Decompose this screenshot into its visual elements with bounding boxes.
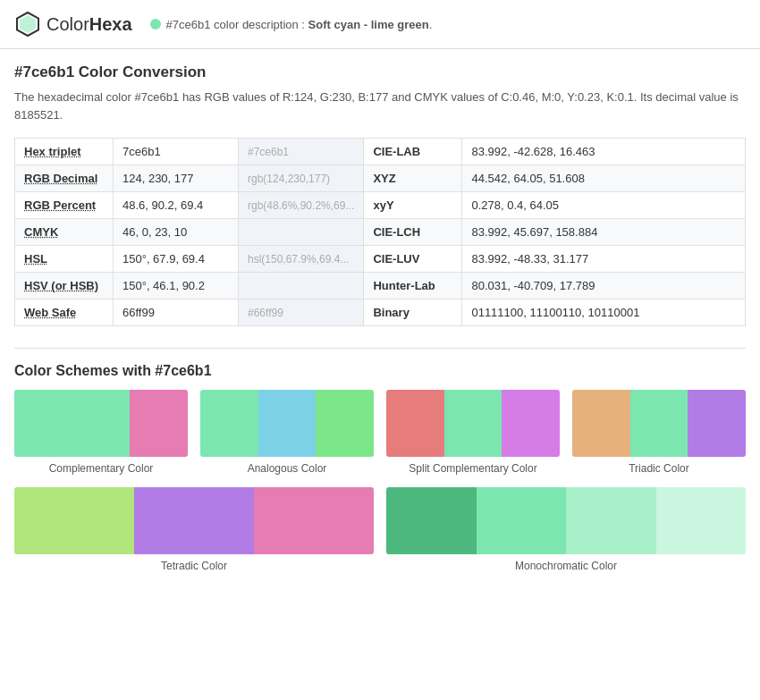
row-value: 150°, 46.1, 90.2 — [114, 273, 239, 299]
row-value: 124, 230, 177 — [114, 165, 239, 192]
logo-area[interactable]: ColorHexa — [14, 11, 132, 38]
swatch-color — [566, 487, 656, 554]
row-label: HSL — [15, 246, 114, 273]
scheme-label: Split Complementary Color — [386, 462, 560, 475]
table-row: Web Safe 66ff99 #66ff99 Binary 01111100,… — [15, 299, 746, 326]
scheme-label: Tetradic Color — [14, 560, 374, 572]
row-right-label: XYZ — [364, 165, 462, 192]
row-value: 150°, 67.9, 69.4 — [114, 246, 239, 273]
row-right-label: Hunter-Lab — [364, 273, 462, 299]
schemes-top-grid: Complementary ColorAnalogous ColorSplit … — [14, 390, 746, 475]
row-right-label: xyY — [364, 192, 462, 219]
scheme-label: Analogous Color — [200, 462, 374, 475]
row-right-label: CIE-LAB — [364, 139, 462, 165]
row-preview: hsl(150,67.9%,69.4... — [239, 246, 364, 273]
schemes-title: Color Schemes with #7ce6b1 — [14, 363, 746, 379]
row-right-value: 83.992, 45.697, 158.884 — [462, 219, 746, 246]
header-color-info: #7ce6b1 color description : Soft cyan - … — [150, 18, 433, 31]
header-color-name: Soft cyan - lime green — [308, 18, 429, 31]
swatch-color — [386, 487, 477, 554]
table-row: CMYK 46, 0, 23, 10 CIE-LCH 83.992, 45.69… — [15, 219, 746, 246]
scheme-swatch — [386, 487, 746, 554]
scheme-swatch — [386, 390, 560, 457]
scheme-swatch — [200, 390, 374, 457]
swatch-color — [316, 390, 374, 457]
row-right-value: 44.542, 64.05, 51.608 — [462, 165, 746, 192]
schemes-bottom-grid: Tetradic ColorMonochromatic Color — [14, 487, 746, 572]
row-right-value: 83.992, -48.33, 31.177 — [462, 246, 746, 273]
row-label: Web Safe — [15, 299, 114, 326]
row-right-value: 0.278, 0.4, 64.05 — [462, 192, 746, 219]
scheme-item[interactable]: Analogous Color — [200, 390, 374, 475]
swatch-color — [656, 487, 747, 554]
intro-text: The hexadecimal color #7ce6b1 has RGB va… — [14, 89, 746, 123]
swatch-color — [688, 390, 746, 457]
table-row: RGB Percent 48.6, 90.2, 69.4 rgb(48.6%,9… — [15, 192, 746, 219]
swatch-color — [14, 390, 72, 457]
row-preview — [239, 219, 364, 246]
row-preview — [239, 273, 364, 299]
row-right-value: 83.992, -42.628, 16.463 — [462, 139, 746, 165]
swatch-color — [386, 390, 444, 457]
scheme-item[interactable]: Split Complementary Color — [386, 390, 560, 475]
scheme-label: Monochromatic Color — [386, 560, 746, 572]
swatch-color — [134, 487, 254, 554]
table-row: HSL 150°, 67.9, 69.4 hsl(150,67.9%,69.4.… — [15, 246, 746, 273]
row-value: 46, 0, 23, 10 — [114, 219, 239, 246]
swatch-color — [258, 390, 317, 457]
row-label: Hex triplet — [15, 139, 114, 165]
header-desc-prefix: #7ce6b1 color description : — [166, 18, 308, 31]
row-preview: #7ce6b1 — [239, 139, 364, 165]
row-label: RGB Decimal — [15, 165, 114, 192]
scheme-label: Complementary Color — [14, 462, 188, 475]
swatch-color — [630, 390, 688, 457]
scheme-swatch — [14, 487, 374, 554]
svg-marker-1 — [20, 15, 36, 33]
scheme-item[interactable]: Triadic Color — [572, 390, 746, 475]
swatch-color — [130, 390, 188, 457]
scheme-swatch — [14, 390, 188, 457]
row-right-label: CIE-LUV — [364, 246, 462, 273]
row-value: 66ff99 — [114, 299, 239, 326]
row-right-value: 80.031, -40.709, 17.789 — [462, 273, 746, 299]
row-label: HSV (or HSB) — [15, 273, 114, 299]
main-content: #7ce6b1 Color Conversion The hexadecimal… — [0, 49, 760, 586]
row-right-label: CIE-LCH — [364, 219, 462, 246]
row-right-label: Binary — [364, 299, 462, 326]
swatch-color — [477, 487, 567, 554]
swatch-color — [200, 390, 258, 457]
row-label: CMYK — [15, 219, 114, 246]
scheme-item[interactable]: Tetradic Color — [14, 487, 374, 572]
row-label: RGB Percent — [15, 192, 114, 219]
table-row: RGB Decimal 124, 230, 177 rgb(124,230,17… — [15, 165, 746, 192]
scheme-item[interactable]: Monochromatic Color — [386, 487, 746, 572]
row-value: 7ce6b1 — [114, 139, 239, 165]
table-row: HSV (or HSB) 150°, 46.1, 90.2 Hunter-Lab… — [15, 273, 746, 299]
swatch-color — [572, 390, 630, 457]
row-preview: #66ff99 — [239, 299, 364, 326]
swatch-color — [72, 390, 131, 457]
page-header: ColorHexa #7ce6b1 color description : So… — [0, 0, 760, 49]
color-dot — [150, 19, 161, 30]
row-right-value: 01111100, 11100110, 10110001 — [462, 299, 746, 326]
scheme-label: Triadic Color — [572, 462, 746, 475]
header-description: #7ce6b1 color description : Soft cyan - … — [166, 18, 433, 31]
scheme-swatch — [572, 390, 746, 457]
swatch-color — [444, 390, 502, 457]
logo-icon — [14, 11, 41, 38]
row-value: 48.6, 90.2, 69.4 — [114, 192, 239, 219]
table-row: Hex triplet 7ce6b1 #7ce6b1 CIE-LAB 83.99… — [15, 139, 746, 165]
swatch-color — [14, 487, 134, 554]
swatch-color — [502, 390, 560, 457]
row-preview: rgb(48.6%,90.2%,69... — [239, 192, 364, 219]
scheme-item[interactable]: Complementary Color — [14, 390, 188, 475]
divider — [14, 348, 746, 349]
conversion-table: Hex triplet 7ce6b1 #7ce6b1 CIE-LAB 83.99… — [14, 138, 746, 326]
swatch-color — [254, 487, 374, 554]
logo-text: ColorHexa — [46, 14, 132, 35]
page-title: #7ce6b1 Color Conversion — [14, 63, 746, 81]
row-preview: rgb(124,230,177) — [239, 165, 364, 192]
